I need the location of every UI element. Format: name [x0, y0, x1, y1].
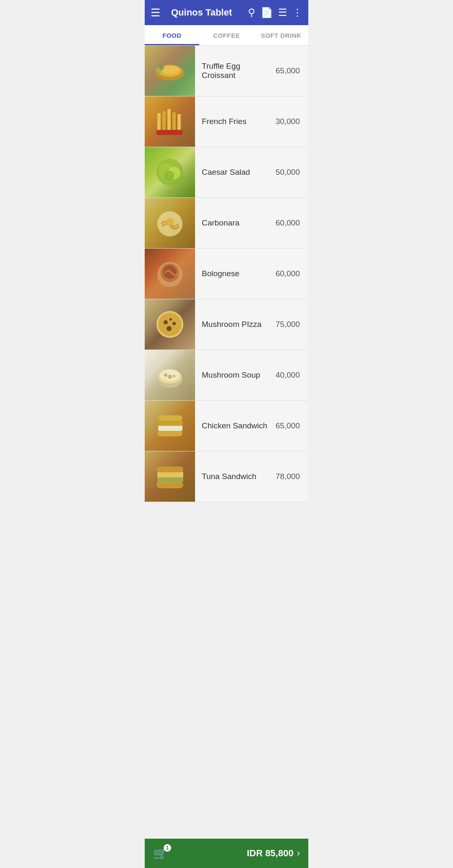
item-info: Bolognese — [195, 261, 276, 287]
menu-item[interactable]: Mushroom Soup40,000 — [145, 350, 308, 401]
item-image — [145, 198, 195, 248]
food-image-visual — [145, 147, 195, 197]
svg-point-23 — [172, 322, 176, 325]
item-info: Truffle Egg Croissant — [195, 53, 276, 88]
header: ☰ Quinos Tablet ⚲ 📄 ☰ ⋮ — [145, 0, 308, 25]
svg-rect-7 — [167, 109, 171, 132]
svg-rect-34 — [157, 420, 182, 426]
item-info: Carbonara — [195, 210, 276, 236]
item-name: Mushroom Soup — [202, 371, 260, 379]
tab-soft-drink[interactable]: SOFT DRINK — [254, 25, 308, 45]
svg-rect-6 — [162, 111, 166, 132]
item-price: 40,000 — [276, 371, 300, 380]
list-icon[interactable]: ☰ — [278, 7, 287, 18]
item-price: 30,000 — [276, 117, 300, 126]
item-info: Mushroom PIzza — [195, 311, 276, 337]
food-image-visual — [145, 401, 195, 451]
item-image — [145, 451, 195, 502]
item-price: 65,000 — [276, 66, 300, 75]
item-name: Caesar Salad — [202, 168, 250, 176]
search-icon[interactable]: ⚲ — [248, 7, 255, 18]
item-image — [145, 96, 195, 147]
item-name: Carbonara — [202, 218, 240, 227]
more-options-icon[interactable]: ⋮ — [292, 7, 302, 18]
svg-rect-33 — [158, 425, 182, 431]
svg-rect-32 — [157, 430, 182, 436]
item-price: 78,000 — [276, 472, 300, 481]
svg-rect-9 — [177, 114, 181, 132]
menu-item[interactable]: French Fries30,000 — [145, 96, 308, 147]
item-name: French Fries — [202, 117, 247, 126]
item-info: Tuna Sandwich — [195, 464, 276, 490]
svg-rect-38 — [157, 472, 183, 477]
item-name: Mushroom PIzza — [202, 320, 262, 329]
tab-coffee[interactable]: COFFEE — [199, 25, 254, 45]
svg-point-30 — [173, 375, 175, 377]
item-name: Chicken Sandwich — [202, 421, 267, 430]
item-image — [145, 46, 195, 96]
item-price: 65,000 — [276, 421, 300, 430]
food-image-visual — [145, 198, 195, 248]
menu-item[interactable]: Chicken Sandwich65,000 — [145, 401, 308, 451]
app-title: Quinos Tablet — [160, 7, 243, 18]
svg-point-31 — [168, 375, 172, 379]
svg-rect-5 — [157, 113, 161, 132]
svg-rect-39 — [156, 466, 183, 472]
svg-point-29 — [164, 373, 167, 377]
svg-rect-37 — [157, 477, 183, 482]
food-image-visual — [145, 249, 195, 299]
menu-item[interactable]: Bolognese60,000 — [145, 249, 308, 299]
item-price: 60,000 — [276, 269, 300, 278]
item-name: Tuna Sandwich — [202, 472, 256, 481]
item-image — [145, 147, 195, 197]
item-image — [145, 350, 195, 400]
svg-point-16 — [166, 218, 174, 226]
menu-item[interactable]: Carbonara60,000 — [145, 198, 308, 249]
svg-rect-8 — [172, 112, 176, 132]
menu-item[interactable]: Tuna Sandwich78,000 — [145, 451, 308, 502]
item-image — [145, 401, 195, 451]
food-image-visual — [145, 46, 195, 96]
svg-point-25 — [169, 318, 172, 321]
item-price: 75,000 — [276, 320, 300, 329]
svg-rect-10 — [156, 130, 182, 135]
menu-item[interactable]: Caesar Salad50,000 — [145, 147, 308, 198]
svg-point-4 — [159, 65, 164, 70]
item-image — [145, 299, 195, 350]
item-info: Caesar Salad — [195, 159, 276, 185]
add-document-icon[interactable]: 📄 — [260, 7, 273, 18]
svg-point-24 — [167, 326, 172, 331]
menu-list: Truffle Egg Croissant65,000 French Fries… — [145, 46, 308, 836]
svg-rect-36 — [156, 482, 183, 488]
menu-item[interactable]: Truffle Egg Croissant65,000 — [145, 46, 308, 96]
item-image — [145, 249, 195, 299]
svg-rect-35 — [158, 415, 182, 421]
food-image-visual — [145, 350, 195, 400]
svg-point-21 — [158, 313, 182, 336]
menu-item[interactable]: Mushroom PIzza75,000 — [145, 299, 308, 350]
menu-icon[interactable]: ☰ — [151, 6, 160, 19]
item-info: French Fries — [195, 109, 276, 135]
item-name: Truffle Egg Croissant — [202, 62, 240, 80]
item-info: Chicken Sandwich — [195, 413, 276, 439]
food-image-visual — [145, 451, 195, 502]
item-name: Bolognese — [202, 269, 240, 278]
item-price: 50,000 — [276, 168, 300, 177]
category-tabs: FOOD COFFEE SOFT DRINK — [145, 25, 308, 46]
food-image-visual — [145, 96, 195, 147]
food-image-visual — [145, 299, 195, 350]
svg-point-22 — [164, 320, 168, 324]
tab-food[interactable]: FOOD — [145, 25, 199, 45]
svg-point-14 — [164, 171, 174, 181]
item-price: 60,000 — [276, 218, 300, 228]
item-info: Mushroom Soup — [195, 362, 276, 388]
